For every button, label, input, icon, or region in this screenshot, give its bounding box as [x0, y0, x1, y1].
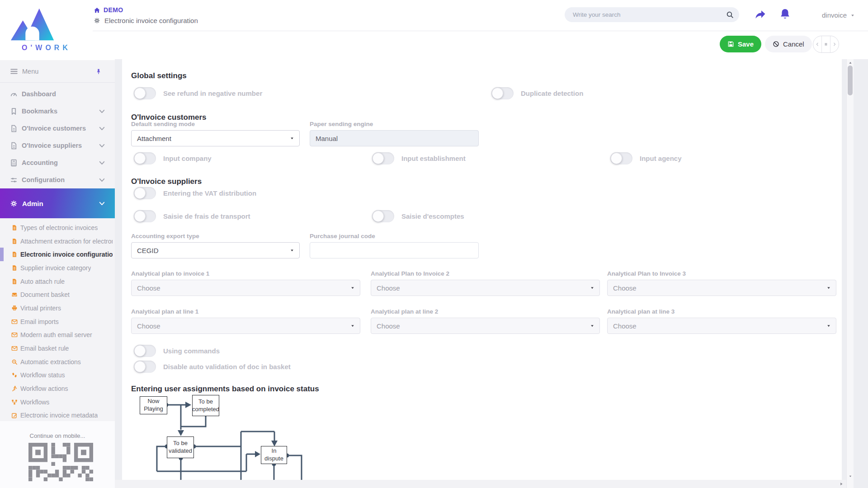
analytical-plan-line-1-select[interactable]: Choose [131, 318, 360, 334]
breadcrumb: DEMO [94, 6, 123, 14]
cancel-button[interactable]: Cancel [765, 36, 812, 52]
pager-control [813, 36, 839, 53]
toggle-label: Input company [163, 155, 212, 162]
sidebar-item-email-imports[interactable]: Email imports [0, 315, 115, 328]
mobile-hint: Continue on mobile... [0, 432, 115, 439]
sidebar-item-bookmarks[interactable]: Bookmarks [0, 103, 115, 120]
default-sending-mode-field: Default sending mode Attachment [131, 121, 300, 146]
scroll-right-icon[interactable] [839, 482, 844, 486]
sidebar-item-workflow-status[interactable]: Workflow status [0, 369, 115, 382]
search-bar[interactable] [565, 7, 739, 22]
sidebar-item-auto-attach-rule[interactable]: Auto attach rule [0, 275, 115, 288]
analytical-plan-invoice-2-select[interactable]: Choose [371, 280, 600, 296]
sidebar-item-oinvoice-suppliers[interactable]: O'Invoice suppliers [0, 137, 115, 154]
sidebar-item-label: Attachment extraction for electronic inv… [20, 238, 113, 245]
menu-toggle[interactable]: Menu [0, 60, 115, 83]
calculator-icon [10, 159, 18, 167]
sidebar-nav: Dashboard Bookmarks O'Invoice customers … [0, 83, 115, 218]
logo: O'WORK [0, 0, 93, 60]
analytical-plan-invoice-3-select[interactable]: Choose [607, 280, 836, 296]
toggle-knob [134, 88, 146, 99]
vertical-scrollbar[interactable] [846, 59, 854, 488]
input-establishment-toggle[interactable] [372, 152, 394, 164]
chevron-down-icon [98, 125, 106, 132]
toggle-row: Saisie de frais de transport [134, 210, 250, 222]
sidebar-item-dashboard[interactable]: Dashboard [0, 85, 115, 103]
sidebar-item-admin[interactable]: Admin [0, 188, 115, 218]
next-page-button[interactable] [830, 36, 839, 52]
runner-icon [11, 385, 18, 392]
save-label: Save [738, 40, 754, 48]
field-label: Analytical plan at line 2 [371, 308, 600, 315]
toggle-row: Duplicate detection [491, 87, 583, 99]
purchase-journal-code-input[interactable] [316, 247, 473, 254]
bell-icon[interactable] [779, 8, 791, 20]
section-title-suppliers: O'Invoice suppliers [131, 177, 202, 186]
share-icon[interactable] [754, 9, 766, 21]
field-label: Default sending mode [131, 121, 300, 127]
field-label: Accounting export type [131, 233, 300, 239]
sidebar-item-workflows[interactable]: Workflows [0, 395, 115, 409]
workflow-node-now-playing[interactable]: Now Playing [140, 396, 167, 414]
input-agency-toggle[interactable] [610, 152, 632, 164]
escomptes-toggle[interactable] [372, 210, 394, 222]
save-button[interactable]: Save [720, 36, 761, 52]
sidebar-item-accounting[interactable]: Accounting [0, 154, 115, 171]
file-icon [10, 142, 18, 150]
home-icon [94, 7, 100, 14]
sidebar-item-workflow-actions[interactable]: Workflow actions [0, 382, 115, 395]
default-sending-mode-select[interactable]: Attachment [131, 130, 300, 146]
scroll-down-icon[interactable] [849, 474, 852, 478]
toggle-label: Input agency [640, 155, 682, 162]
sidebar-item-configuration[interactable]: Configuration [0, 171, 115, 188]
sidebar-item-oinvoice-customers[interactable]: O'Invoice customers [0, 120, 115, 137]
sidebar-item-electronic-invoice-configuration[interactable]: Electronic invoice configuration [0, 248, 115, 261]
user-menu[interactable]: dinvoice [822, 11, 855, 19]
scroll-up-icon[interactable] [849, 61, 852, 65]
sidebar-item-label: Electronic invoice metadata [20, 412, 98, 419]
vertical-scrollbar-thumb[interactable] [848, 66, 853, 95]
chevron-down-icon [98, 159, 106, 167]
search-input[interactable] [573, 11, 726, 18]
toggle-knob [373, 211, 384, 222]
workflow-node-in-dispute[interactable]: In dispute [261, 446, 287, 464]
hamburger-icon [10, 67, 18, 75]
sidebar-item-virtual-printers[interactable]: Virtual printers [0, 301, 115, 315]
analytical-plan-line-3-select[interactable]: Choose [607, 318, 836, 334]
horizontal-scrollbar[interactable] [115, 480, 846, 488]
logo-mountain-icon [10, 5, 55, 42]
sidebar-item-label: Auto attach rule [20, 278, 65, 285]
prev-page-button[interactable] [813, 36, 821, 52]
select-value: Choose [613, 322, 637, 330]
sidebar-item-types-of-electronic-invoices[interactable]: Types of electronic invoices [0, 221, 115, 235]
disable-auto-validation-toggle[interactable] [134, 361, 156, 373]
sidebar-item-electronic-invoice-metadata[interactable]: Electronic invoice metadata [0, 409, 115, 422]
using-commands-toggle[interactable] [134, 345, 156, 357]
analytical-plan-line-2-field: Analytical plan at line 2 Choose [371, 308, 600, 334]
vat-distribution-toggle[interactable] [134, 187, 156, 199]
sidebar-item-automatic-extractions[interactable]: Automatic extractions [0, 355, 115, 369]
gear-icon [94, 17, 100, 24]
frais-transport-toggle[interactable] [134, 210, 156, 222]
search-icon[interactable] [726, 11, 734, 19]
analytical-plan-line-2-select[interactable]: Choose [371, 318, 600, 334]
toggle-label: See refund in negative number [163, 89, 262, 97]
workflow-node-to-be-validated[interactable]: To be validated [167, 436, 194, 458]
sidebar-item-supplier-invoice-category[interactable]: Supplier invoice category [0, 261, 115, 275]
sidebar-item-email-basket-rule[interactable]: Email basket rule [0, 342, 115, 355]
workflow-node-to-be-completed[interactable]: To be completed [192, 395, 219, 416]
input-company-toggle[interactable] [134, 152, 156, 164]
sidebar-item-attachment-extraction[interactable]: Attachment extraction for electronic inv… [0, 235, 115, 248]
sitemap-icon [11, 399, 18, 405]
pin-icon[interactable] [95, 68, 102, 75]
sidebar-item-document-basket[interactable]: Document basket [0, 288, 115, 301]
analytical-plan-invoice-1-select[interactable]: Choose [131, 280, 360, 296]
page-list-button[interactable] [821, 36, 830, 52]
duplicate-detection-toggle[interactable] [491, 87, 514, 99]
sidebar-item-modern-auth-email-server[interactable]: Modern auth email server [0, 328, 115, 342]
chevron-down-icon [98, 176, 106, 184]
chevron-left-icon [815, 42, 820, 47]
field-label: Purchase journal code [310, 233, 479, 239]
see-refund-toggle[interactable] [134, 87, 156, 99]
accounting-export-type-select[interactable]: CEGID [131, 242, 300, 258]
